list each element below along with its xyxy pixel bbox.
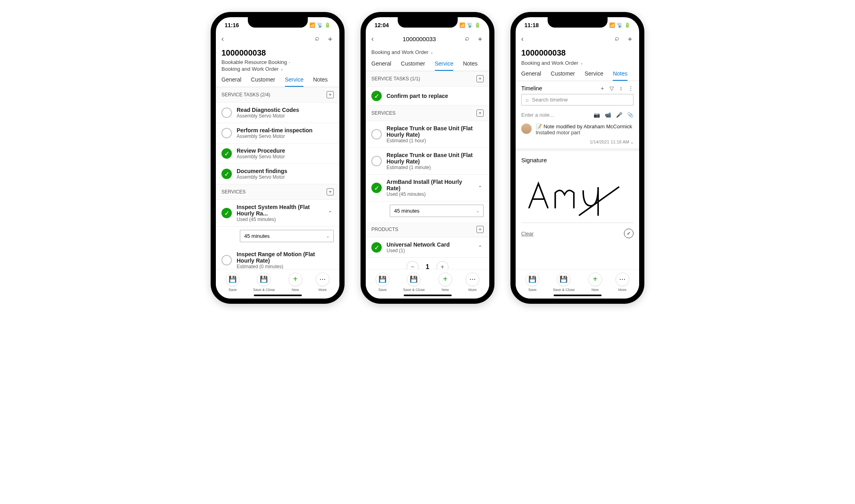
service-title: Replace Trunk or Base Unit (Flat Hourly … xyxy=(387,152,484,165)
service-row[interactable]: Inspect Range of Motion (Flat Hourly Rat… xyxy=(216,247,339,269)
add-icon[interactable]: ＋ xyxy=(626,34,634,44)
search-timeline-input[interactable]: ⌕ Search timeline xyxy=(521,94,634,106)
task-row[interactable]: ✓ Review Procedure Assembly Servo Motor xyxy=(216,143,339,164)
service-check[interactable] xyxy=(371,156,382,166)
chevron-down-icon[interactable]: ⌄ xyxy=(630,140,634,144)
product-check-done[interactable]: ✓ xyxy=(371,242,382,253)
new-label: New xyxy=(292,288,299,292)
task-check[interactable] xyxy=(221,128,232,138)
form-selector[interactable]: Booking and Work Order ⌄ xyxy=(371,49,433,55)
service-title: Replace Trunk or Base Unit (Flat Hourly … xyxy=(387,125,484,138)
tab-notes[interactable]: Notes xyxy=(463,60,478,71)
task-row[interactable]: ✓ Document findings Assembly Servo Motor xyxy=(216,164,339,184)
tab-notes[interactable]: Notes xyxy=(613,70,628,81)
service-check[interactable] xyxy=(371,129,382,139)
service-check[interactable] xyxy=(221,255,232,265)
tab-service[interactable]: Service xyxy=(285,76,304,87)
minus-button[interactable]: − xyxy=(407,261,419,269)
filter-icon[interactable]: ▽ xyxy=(610,85,614,92)
add-task-icon[interactable]: + xyxy=(327,91,334,98)
tab-customer[interactable]: Customer xyxy=(251,76,275,87)
save-button[interactable]: 💾Save xyxy=(526,273,539,292)
add-icon[interactable]: ＋ xyxy=(327,34,334,44)
task-row[interactable]: Read Diagnostic Codes Assembly Servo Mot… xyxy=(216,103,339,123)
more-button[interactable]: ⋯ More xyxy=(316,273,329,292)
task-check-done[interactable]: ✓ xyxy=(371,91,382,101)
home-indicator xyxy=(254,295,302,296)
duration-dropdown[interactable]: 45 minutes ⌄ xyxy=(240,230,334,242)
tabs: General Customer Service Notes xyxy=(516,66,639,81)
service-row[interactable]: ✓ ArmBand Install (Flat Hourly Rate) Use… xyxy=(366,175,489,201)
task-check-done[interactable]: ✓ xyxy=(221,169,232,179)
task-row[interactable]: Perform real-time inspection Assembly Se… xyxy=(216,123,339,143)
sort-icon[interactable]: ↕ xyxy=(620,85,622,92)
clear-button[interactable]: Clear xyxy=(521,231,534,237)
more-button[interactable]: ⋯More xyxy=(616,273,629,292)
form-selector[interactable]: Booking and Work Order ⌄ xyxy=(221,66,283,72)
tab-general[interactable]: General xyxy=(521,70,541,81)
status-time: 11:18 xyxy=(524,22,539,28)
back-icon[interactable]: ‹ xyxy=(221,35,224,43)
add-service-icon[interactable]: + xyxy=(327,188,334,195)
tab-general[interactable]: General xyxy=(371,60,391,71)
service-check-done[interactable]: ✓ xyxy=(221,208,232,218)
search-icon[interactable]: ⌕ xyxy=(315,34,319,44)
plus-button[interactable]: + xyxy=(436,261,448,269)
camera-icon[interactable]: 📷 xyxy=(594,112,600,118)
new-button[interactable]: +New xyxy=(588,273,602,292)
signature-canvas[interactable] xyxy=(521,167,634,223)
chevron-up-icon[interactable]: ⌃ xyxy=(328,210,334,216)
task-title: Perform real-time inspection xyxy=(237,127,334,133)
enter-note-row[interactable]: Enter a note... 📷 📹 🎤 📎 xyxy=(516,110,639,120)
save-close-button[interactable]: 💾Save & Close xyxy=(403,273,425,292)
video-icon[interactable]: 📹 xyxy=(605,112,611,118)
save-close-button[interactable]: 💾 Save & Close xyxy=(253,273,275,292)
new-button[interactable]: +New xyxy=(438,273,452,292)
service-check-done[interactable]: ✓ xyxy=(371,183,382,193)
mic-icon[interactable]: 🎤 xyxy=(616,112,622,118)
add-icon[interactable]: ＋ xyxy=(476,34,484,44)
add-product-icon[interactable]: + xyxy=(476,226,484,233)
search-icon[interactable]: ⌕ xyxy=(615,34,619,44)
search-icon[interactable]: ⌕ xyxy=(465,34,469,44)
note-item[interactable]: 📝 Note modified by Abraham McCormick Ins… xyxy=(516,120,639,139)
task-sub: Assembly Servo Motor xyxy=(237,174,334,180)
task-check[interactable] xyxy=(221,108,232,118)
page-title: 1000000038 xyxy=(221,48,334,58)
chevron-up-icon[interactable]: ⌃ xyxy=(478,245,484,250)
top-nav: ‹ 1000000033 ⌕ ＋ xyxy=(366,32,489,46)
service-row[interactable]: Replace Trunk or Base Unit (Flat Hourly … xyxy=(366,121,489,148)
add-service-icon[interactable]: + xyxy=(476,110,484,117)
save-close-button[interactable]: 💾Save & Close xyxy=(553,273,575,292)
tab-notes[interactable]: Notes xyxy=(313,76,328,87)
signature-section: Signature Clear ✓ xyxy=(516,149,639,244)
tabs: General Customer Service Notes xyxy=(366,56,489,71)
tab-customer[interactable]: Customer xyxy=(551,70,575,81)
chevron-up-icon[interactable]: ⌃ xyxy=(478,185,484,191)
product-row[interactable]: ✓ Universal Network Card Used (1) ⌃ xyxy=(366,237,489,258)
save-button[interactable]: 💾 Save xyxy=(226,273,239,292)
add-task-icon[interactable]: + xyxy=(476,75,484,82)
save-icon: 💾 xyxy=(376,273,389,286)
back-icon[interactable]: ‹ xyxy=(521,35,524,43)
attach-icon[interactable]: 📎 xyxy=(627,112,634,118)
tab-service[interactable]: Service xyxy=(435,60,454,71)
tab-general[interactable]: General xyxy=(221,76,241,87)
service-row[interactable]: ✓ Inspect System Health (Flat Hourly Ra.… xyxy=(216,200,339,227)
search-icon: ⌕ xyxy=(526,97,529,103)
add-icon[interactable]: + xyxy=(601,85,604,92)
confirm-signature-button[interactable]: ✓ xyxy=(624,229,634,238)
duration-dropdown[interactable]: 45 minutes ⌄ xyxy=(390,205,484,217)
task-row[interactable]: ✓ Confirm part to replace xyxy=(366,87,489,106)
task-check-done[interactable]: ✓ xyxy=(221,148,232,159)
new-button[interactable]: + New xyxy=(289,273,302,292)
tab-customer[interactable]: Customer xyxy=(401,60,425,71)
section-services: SERVICES + xyxy=(216,184,339,200)
more-button[interactable]: ⋯More xyxy=(466,273,479,292)
form-selector[interactable]: Booking and Work Order ⌄ xyxy=(521,60,583,66)
tab-service[interactable]: Service xyxy=(585,70,604,81)
more-icon[interactable]: ⋮ xyxy=(628,85,634,92)
timeline-label: Timeline xyxy=(521,85,542,92)
save-button[interactable]: 💾Save xyxy=(376,273,389,292)
service-row[interactable]: Replace Trunk or Base Unit (Flat Hourly … xyxy=(366,148,489,175)
